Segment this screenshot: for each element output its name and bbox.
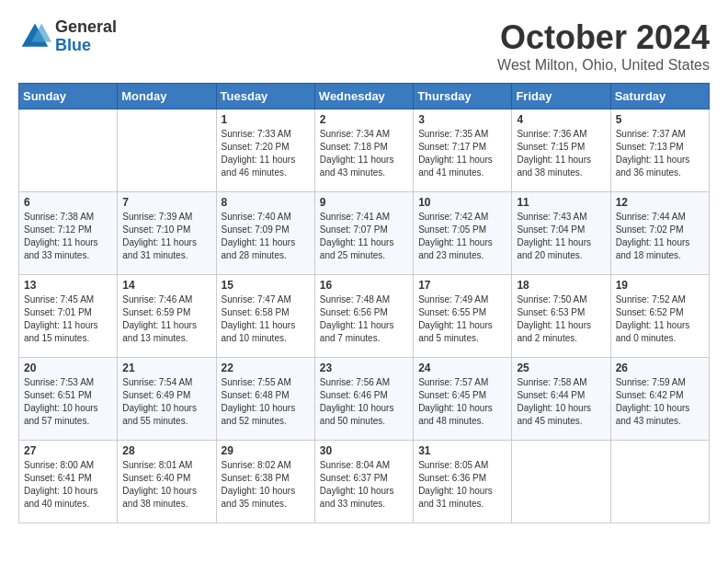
day-info: Sunrise: 7:54 AM Sunset: 6:49 PM Dayligh… (122, 376, 210, 428)
calendar-cell: 22Sunrise: 7:55 AM Sunset: 6:48 PM Dayli… (216, 358, 314, 441)
day-number: 15 (222, 279, 310, 292)
day-info: Sunrise: 7:48 AM Sunset: 6:56 PM Dayligh… (320, 293, 408, 345)
calendar-table: SundayMondayTuesdayWednesdayThursdayFrid… (18, 83, 710, 523)
calendar-header: SundayMondayTuesdayWednesdayThursdayFrid… (19, 84, 710, 109)
weekday-header-sunday: Sunday (19, 84, 118, 109)
calendar-cell: 18Sunrise: 7:50 AM Sunset: 6:53 PM Dayli… (512, 275, 610, 358)
day-number: 28 (122, 444, 210, 457)
calendar-cell: 8Sunrise: 7:40 AM Sunset: 7:09 PM Daylig… (216, 192, 314, 275)
day-number: 8 (222, 196, 310, 209)
calendar-cell: 23Sunrise: 7:56 AM Sunset: 6:46 PM Dayli… (314, 358, 413, 441)
day-number: 18 (517, 279, 605, 292)
calendar-cell: 19Sunrise: 7:52 AM Sunset: 6:52 PM Dayli… (610, 275, 709, 358)
day-info: Sunrise: 8:01 AM Sunset: 6:40 PM Dayligh… (122, 459, 210, 511)
calendar-cell: 5Sunrise: 7:37 AM Sunset: 7:13 PM Daylig… (610, 109, 709, 192)
calendar-cell: 31Sunrise: 8:05 AM Sunset: 6:36 PM Dayli… (414, 441, 512, 523)
calendar-week-row: 27Sunrise: 8:00 AM Sunset: 6:41 PM Dayli… (19, 441, 710, 523)
day-number: 27 (24, 444, 112, 457)
day-number: 26 (616, 362, 704, 374)
day-info: Sunrise: 7:39 AM Sunset: 7:10 PM Dayligh… (122, 211, 210, 262)
calendar-cell: 10Sunrise: 7:42 AM Sunset: 7:05 PM Dayli… (414, 192, 512, 275)
day-number: 31 (418, 444, 506, 457)
calendar-cell: 15Sunrise: 7:47 AM Sunset: 6:58 PM Dayli… (216, 275, 314, 358)
day-info: Sunrise: 7:40 AM Sunset: 7:09 PM Dayligh… (222, 211, 310, 262)
day-number: 9 (320, 196, 408, 209)
day-number: 23 (320, 362, 408, 374)
calendar-week-row: 1Sunrise: 7:33 AM Sunset: 7:20 PM Daylig… (19, 109, 710, 192)
calendar-cell (610, 441, 709, 523)
day-info: Sunrise: 7:53 AM Sunset: 6:51 PM Dayligh… (24, 376, 112, 428)
day-info: Sunrise: 7:56 AM Sunset: 6:46 PM Dayligh… (320, 376, 408, 428)
calendar-cell (19, 109, 118, 192)
calendar-cell (512, 441, 610, 523)
day-number: 6 (24, 196, 112, 209)
day-info: Sunrise: 7:46 AM Sunset: 6:59 PM Dayligh… (122, 293, 210, 345)
calendar-cell: 21Sunrise: 7:54 AM Sunset: 6:49 PM Dayli… (118, 358, 216, 441)
weekday-header-thursday: Thursday (414, 84, 512, 109)
calendar-week-row: 20Sunrise: 7:53 AM Sunset: 6:51 PM Dayli… (19, 358, 710, 441)
day-info: Sunrise: 8:00 AM Sunset: 6:41 PM Dayligh… (24, 459, 112, 511)
location: West Milton, Ohio, United States (497, 57, 710, 74)
day-info: Sunrise: 7:58 AM Sunset: 6:44 PM Dayligh… (517, 376, 605, 428)
calendar-cell (118, 109, 216, 192)
day-number: 25 (517, 362, 605, 374)
day-info: Sunrise: 7:59 AM Sunset: 6:42 PM Dayligh… (616, 376, 704, 428)
day-number: 1 (222, 113, 310, 126)
calendar-cell: 24Sunrise: 7:57 AM Sunset: 6:45 PM Dayli… (414, 358, 512, 441)
day-number: 17 (418, 279, 506, 292)
calendar-cell: 1Sunrise: 7:33 AM Sunset: 7:20 PM Daylig… (216, 109, 314, 192)
calendar-cell: 4Sunrise: 7:36 AM Sunset: 7:15 PM Daylig… (512, 109, 610, 192)
day-info: Sunrise: 7:37 AM Sunset: 7:13 PM Dayligh… (616, 128, 704, 179)
day-info: Sunrise: 7:41 AM Sunset: 7:07 PM Dayligh… (320, 211, 408, 262)
weekday-header-friday: Friday (512, 84, 610, 109)
day-info: Sunrise: 8:02 AM Sunset: 6:38 PM Dayligh… (222, 459, 310, 511)
day-info: Sunrise: 7:50 AM Sunset: 6:53 PM Dayligh… (517, 293, 605, 345)
day-info: Sunrise: 7:47 AM Sunset: 6:58 PM Dayligh… (222, 293, 310, 345)
calendar-cell: 11Sunrise: 7:43 AM Sunset: 7:04 PM Dayli… (512, 192, 610, 275)
day-info: Sunrise: 7:57 AM Sunset: 6:45 PM Dayligh… (418, 376, 506, 428)
day-info: Sunrise: 7:33 AM Sunset: 7:20 PM Dayligh… (222, 128, 310, 179)
day-info: Sunrise: 7:38 AM Sunset: 7:12 PM Dayligh… (24, 211, 112, 262)
calendar-week-row: 13Sunrise: 7:45 AM Sunset: 7:01 PM Dayli… (19, 275, 710, 358)
day-info: Sunrise: 7:42 AM Sunset: 7:05 PM Dayligh… (418, 211, 506, 262)
day-number: 29 (222, 444, 310, 457)
day-number: 16 (320, 279, 408, 292)
calendar-cell: 27Sunrise: 8:00 AM Sunset: 6:41 PM Dayli… (19, 441, 118, 523)
day-number: 2 (320, 113, 408, 126)
day-info: Sunrise: 8:04 AM Sunset: 6:37 PM Dayligh… (320, 459, 408, 511)
day-number: 24 (418, 362, 506, 374)
calendar-cell: 9Sunrise: 7:41 AM Sunset: 7:07 PM Daylig… (314, 192, 413, 275)
calendar-cell: 13Sunrise: 7:45 AM Sunset: 7:01 PM Dayli… (19, 275, 118, 358)
calendar-cell: 20Sunrise: 7:53 AM Sunset: 6:51 PM Dayli… (19, 358, 118, 441)
weekday-header-wednesday: Wednesday (314, 84, 413, 109)
calendar-cell: 2Sunrise: 7:34 AM Sunset: 7:18 PM Daylig… (314, 109, 413, 192)
day-info: Sunrise: 7:55 AM Sunset: 6:48 PM Dayligh… (222, 376, 310, 428)
day-info: Sunrise: 7:45 AM Sunset: 7:01 PM Dayligh… (24, 293, 112, 345)
calendar-week-row: 6Sunrise: 7:38 AM Sunset: 7:12 PM Daylig… (19, 192, 710, 275)
weekday-header-monday: Monday (118, 84, 216, 109)
day-number: 4 (517, 113, 605, 126)
day-info: Sunrise: 8:05 AM Sunset: 6:36 PM Dayligh… (418, 459, 506, 511)
day-number: 5 (616, 113, 704, 126)
day-number: 10 (418, 196, 506, 209)
title-area: October 2024 West Milton, Ohio, United S… (497, 18, 710, 74)
day-number: 30 (320, 444, 408, 457)
day-info: Sunrise: 7:35 AM Sunset: 7:17 PM Dayligh… (418, 128, 506, 179)
logo-icon (18, 20, 51, 53)
day-info: Sunrise: 7:36 AM Sunset: 7:15 PM Dayligh… (517, 128, 605, 179)
logo-blue: Blue (55, 37, 117, 55)
calendar-cell: 29Sunrise: 8:02 AM Sunset: 6:38 PM Dayli… (216, 441, 314, 523)
calendar-cell: 17Sunrise: 7:49 AM Sunset: 6:55 PM Dayli… (414, 275, 512, 358)
calendar-cell: 12Sunrise: 7:44 AM Sunset: 7:02 PM Dayli… (610, 192, 709, 275)
calendar-cell: 28Sunrise: 8:01 AM Sunset: 6:40 PM Dayli… (118, 441, 216, 523)
month-title: October 2024 (497, 18, 710, 57)
day-number: 20 (24, 362, 112, 374)
calendar-cell: 26Sunrise: 7:59 AM Sunset: 6:42 PM Dayli… (610, 358, 709, 441)
calendar-body: 1Sunrise: 7:33 AM Sunset: 7:20 PM Daylig… (19, 109, 710, 523)
day-info: Sunrise: 7:43 AM Sunset: 7:04 PM Dayligh… (517, 211, 605, 262)
logo: General Blue (18, 18, 117, 55)
calendar-cell: 25Sunrise: 7:58 AM Sunset: 6:44 PM Dayli… (512, 358, 610, 441)
day-info: Sunrise: 7:49 AM Sunset: 6:55 PM Dayligh… (418, 293, 506, 345)
day-number: 14 (122, 279, 210, 292)
calendar-cell: 16Sunrise: 7:48 AM Sunset: 6:56 PM Dayli… (314, 275, 413, 358)
